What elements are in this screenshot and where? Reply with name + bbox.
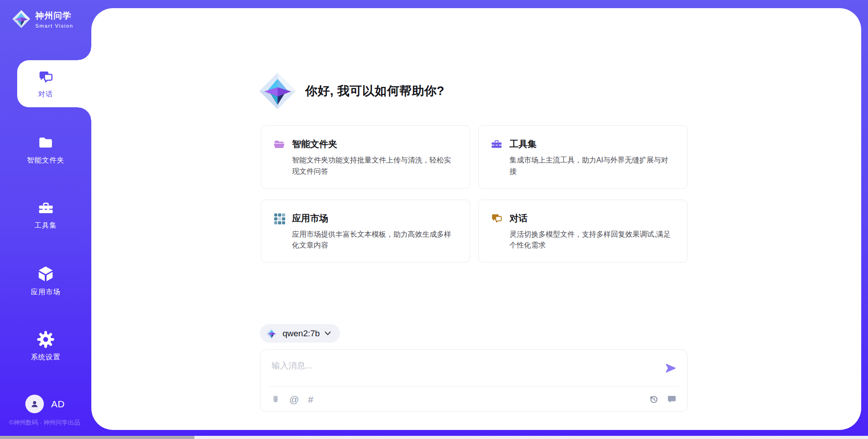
active-tab-fillet-top — [78, 47, 91, 60]
card-description: 应用市场提供丰富长文本模板，助力高效生成多样化文章内容 — [292, 229, 458, 252]
folder-open-icon — [273, 138, 285, 150]
card-app-market[interactable]: 应用市场 应用市场提供丰富长文本模板，助力高效生成多样化文章内容 — [261, 200, 470, 263]
greeting: 你好, 我可以如何帮助你? — [258, 72, 444, 110]
chat-filled-icon — [667, 394, 677, 404]
model-name: qwen2:7b — [283, 329, 320, 339]
sidebar-item-label: 应用市场 — [31, 287, 61, 297]
card-description: 集成市场上主流工具，助力AI与外界无缝扩展与对接 — [509, 155, 675, 177]
card-header: 应用市场 — [273, 212, 458, 224]
sidebar-item-chat[interactable]: 对话 — [0, 60, 91, 107]
chat-icon — [491, 212, 503, 224]
gear-icon — [37, 331, 54, 348]
folder-icon — [37, 134, 54, 151]
sidebar-item-app-market[interactable]: 应用市场 — [0, 257, 91, 304]
sidebar-item-label: 智能文件夹 — [27, 156, 65, 165]
history-icon — [649, 394, 659, 404]
card-header: 工具集 — [491, 138, 675, 150]
card-title: 应用市场 — [292, 212, 328, 224]
card-smart-folder[interactable]: 智能文件夹 智能文件夹功能支持批量文件上传与清洗，轻松实现文件问答 — [261, 125, 470, 189]
copyright: ©神州数码 · 神州问学出品 — [9, 419, 80, 427]
sidebar-item-label: 工具集 — [34, 221, 57, 230]
brand-name: 神州问学 — [35, 10, 73, 22]
composer-toolbar: @ # — [271, 387, 677, 411]
history-button[interactable] — [649, 394, 659, 404]
brand-text: 神州问学 Smart Vision — [35, 10, 73, 29]
card-header: 对话 — [491, 212, 675, 224]
horizontal-scrollbar[interactable] — [0, 436, 868, 439]
assistant-logo-icon — [258, 72, 297, 110]
composer-tools-right — [649, 394, 677, 404]
model-selector[interactable]: qwen2:7b — [260, 324, 340, 343]
feature-cards: 智能文件夹 智能文件夹功能支持批量文件上传与清洗，轻松实现文件问答 工具集 集成… — [261, 125, 688, 262]
active-tab-background — [17, 60, 94, 107]
card-title: 工具集 — [509, 138, 537, 150]
gem-logo-icon — [266, 328, 278, 339]
paperclip-icon — [271, 394, 280, 405]
cube-icon — [37, 265, 55, 283]
attach-button[interactable] — [271, 394, 280, 405]
card-chat[interactable]: 对话 灵活切换多模型文件，支持多样回复效果调试,满足个性化需求 — [478, 200, 688, 263]
card-description: 智能文件夹功能支持批量文件上传与清洗，轻松实现文件问答 — [292, 155, 458, 177]
scrollbar-thumb[interactable] — [0, 436, 194, 439]
card-toolbox[interactable]: 工具集 集成市场上主流工具，助力AI与外界无缝扩展与对接 — [478, 125, 688, 189]
chat-icon — [38, 69, 54, 85]
mention-button[interactable]: @ — [289, 395, 299, 404]
user-name: AD — [51, 399, 65, 410]
sidebar-item-settings[interactable]: 系统设置 — [0, 323, 91, 370]
composer-tools-left: @ # — [271, 394, 313, 405]
card-title: 对话 — [509, 212, 528, 224]
composer: @ # — [260, 349, 688, 412]
toolbox-icon — [38, 200, 54, 216]
card-description: 灵活切换多模型文件，支持多样回复效果调试,满足个性化需求 — [509, 229, 675, 252]
sidebar-item-smart-folder[interactable]: 智能文件夹 — [0, 126, 91, 173]
brand-logo-icon — [12, 10, 31, 29]
message-input[interactable] — [272, 360, 651, 383]
user-profile[interactable]: AD — [25, 395, 65, 413]
send-button[interactable] — [665, 362, 677, 374]
chevron-down-icon — [325, 331, 331, 336]
brand-subtitle: Smart Vision — [35, 23, 73, 29]
main-panel: 你好, 我可以如何帮助你? 智能文件夹 智能文件夹功能支持批量文件上传与清洗，轻… — [91, 8, 861, 430]
brand: 神州问学 Smart Vision — [12, 10, 73, 29]
active-tab-fillet-bottom — [78, 107, 91, 121]
sidebar-item-label: 系统设置 — [31, 353, 61, 362]
avatar — [25, 395, 44, 413]
sidebar-nav: 对话 智能文件夹 工具集 — [0, 60, 91, 388]
app-grid-icon — [273, 212, 285, 224]
feedback-button[interactable] — [667, 394, 677, 404]
sidebar: 神州问学 Smart Vision 对话 智能文件夹 — [0, 0, 91, 439]
toolbox-icon — [491, 138, 503, 150]
content-column: 你好, 我可以如何帮助你? 智能文件夹 智能文件夹功能支持批量文件上传与清洗，轻… — [260, 8, 688, 430]
hashtag-button[interactable]: # — [308, 395, 313, 404]
greeting-text: 你好, 我可以如何帮助你? — [305, 83, 444, 99]
sidebar-item-toolbox[interactable]: 工具集 — [0, 191, 91, 239]
card-title: 智能文件夹 — [292, 138, 337, 150]
sidebar-item-label: 对话 — [38, 90, 53, 99]
card-header: 智能文件夹 — [273, 138, 458, 150]
